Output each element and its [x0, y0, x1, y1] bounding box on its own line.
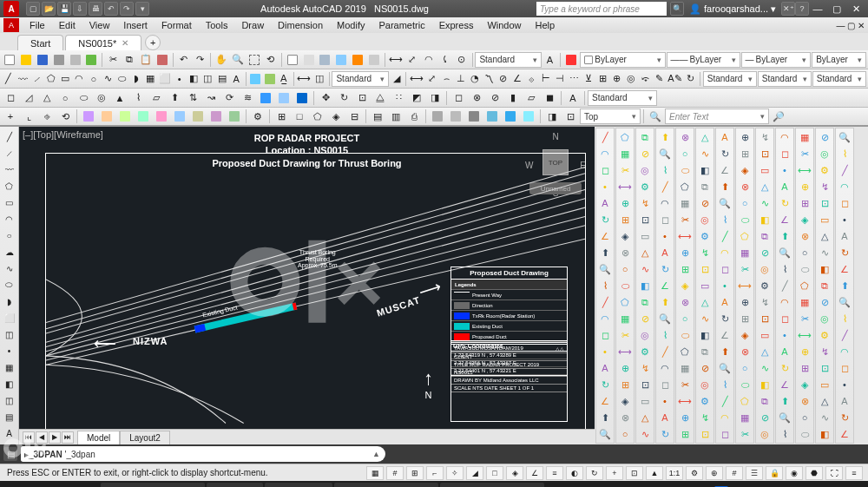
- slice-icon[interactable]: ⊘: [486, 90, 503, 106]
- image-trans-icon[interactable]: [207, 109, 225, 124]
- palette-btn-10-1[interactable]: ✂: [797, 146, 812, 161]
- dim2-icon[interactable]: ⤢: [404, 52, 420, 68]
- publish-icon[interactable]: [83, 52, 99, 68]
- tolerance-icon[interactable]: ⊞: [596, 71, 609, 87]
- maximize-button[interactable]: ▢: [828, 2, 845, 16]
- palette-btn-4-6[interactable]: ⟷: [677, 228, 693, 244]
- section-icon[interactable]: ◩: [408, 90, 425, 106]
- point-tool-icon[interactable]: •: [2, 343, 17, 359]
- palette-btn-5-14[interactable]: ⊘: [697, 360, 713, 376]
- gradient-icon[interactable]: ◧: [187, 71, 200, 87]
- palette-btn-7-16[interactable]: ⬠: [737, 393, 753, 409]
- palette-btn-8-16[interactable]: ⧉: [757, 393, 773, 409]
- palette-btn-6-18[interactable]: ◻: [717, 426, 733, 442]
- palette-btn-8-2[interactable]: ▭: [757, 162, 773, 178]
- palette-btn-1-0[interactable]: ⬠: [617, 129, 633, 145]
- palette-btn-7-10[interactable]: ⊕: [737, 294, 753, 310]
- rectangle-icon[interactable]: ▭: [58, 71, 71, 87]
- palette-btn-10-14[interactable]: ⊞: [797, 360, 812, 376]
- dim1-icon[interactable]: ⟷: [388, 52, 404, 68]
- palette-btn-9-1[interactable]: ◻: [777, 146, 792, 161]
- menu-help[interactable]: Help: [529, 20, 562, 30]
- palette-btn-6-11[interactable]: ↻: [717, 311, 733, 326]
- insert-tool-icon[interactable]: ⬜: [2, 310, 17, 326]
- palette-btn-6-3[interactable]: ⬆: [717, 179, 733, 194]
- dim-edit-icon[interactable]: ✎: [653, 71, 666, 87]
- palette-btn-1-18[interactable]: ○: [617, 426, 633, 442]
- dim-space-icon[interactable]: ⋯: [568, 71, 581, 87]
- palette-btn-9-16[interactable]: ⬆: [777, 393, 792, 409]
- palette-btn-10-16[interactable]: ⊗: [797, 393, 812, 409]
- palette-btn-5-5[interactable]: ◎: [697, 212, 713, 227]
- palette-btn-11-13[interactable]: ↯: [817, 344, 832, 359]
- palette-btn-11-15[interactable]: ▭: [817, 377, 832, 392]
- sphere-icon[interactable]: ○: [56, 90, 74, 106]
- view-named-icon[interactable]: ◨: [543, 109, 561, 124]
- taskbar-date-folder[interactable]: 📁20.09.2019: [265, 483, 332, 487]
- palette-btn-8-9[interactable]: ⚙: [757, 278, 773, 293]
- cone-icon[interactable]: △: [38, 90, 56, 106]
- palette-btn-7-5[interactable]: ⬭: [737, 212, 753, 227]
- palette-btn-1-7[interactable]: ⊗: [617, 245, 633, 260]
- xline-tool-icon[interactable]: ⟋: [2, 145, 17, 161]
- palette-btn-9-2[interactable]: •: [777, 162, 792, 178]
- mdi-min[interactable]: —: [836, 21, 845, 30]
- palette-btn-0-18[interactable]: 🔍: [597, 426, 613, 442]
- palette-btn-5-13[interactable]: ⧉: [697, 344, 713, 359]
- palette-btn-12-1[interactable]: ⌇: [837, 146, 852, 161]
- palette-btn-11-11[interactable]: ◎: [817, 311, 832, 326]
- palette-btn-7-12[interactable]: ◈: [737, 327, 753, 343]
- palette-btn-0-8[interactable]: 🔍: [597, 261, 613, 277]
- dim4-icon[interactable]: ⤹: [437, 52, 453, 68]
- status-annomonitor-icon[interactable]: ⊕: [706, 466, 723, 480]
- palette-btn-0-17[interactable]: ⬆: [597, 410, 613, 425]
- palette-btn-7-15[interactable]: ⬭: [737, 377, 753, 392]
- tab-ns0015[interactable]: NS0015*✕: [65, 35, 141, 50]
- image-frame-icon[interactable]: [226, 109, 243, 124]
- palette-btn-2-13[interactable]: ⚙: [637, 344, 653, 359]
- 3drotate-icon[interactable]: ↻: [335, 90, 352, 106]
- visual-hidden-icon[interactable]: [465, 109, 483, 124]
- palette-btn-3-1[interactable]: 🔍: [657, 146, 673, 161]
- tab-nav-last-icon[interactable]: ⏭: [62, 431, 74, 444]
- palette-btn-3-12[interactable]: ⌇: [657, 327, 673, 343]
- palette-btn-8-12[interactable]: ▭: [757, 327, 773, 343]
- vp-named-icon[interactable]: ⊞: [273, 109, 290, 124]
- palette-btn-3-0[interactable]: ⬆: [657, 129, 673, 145]
- palette-btn-8-15[interactable]: ◧: [757, 377, 773, 392]
- palette-btn-1-2[interactable]: ✂: [617, 162, 633, 178]
- palette-btn-11-4[interactable]: ⊡: [817, 195, 832, 211]
- cmdline-chevron-icon[interactable]: ▲: [372, 450, 380, 458]
- view-top-icon[interactable]: ⊡: [562, 109, 579, 124]
- table-icon[interactable]: ▤: [215, 71, 228, 87]
- taskbar-photos[interactable]: 🖼NS0015.png - Photos: [334, 483, 438, 487]
- palette-btn-0-6[interactable]: ∠: [597, 228, 613, 244]
- cylinder-icon[interactable]: ⬭: [75, 90, 92, 106]
- palette-btn-12-8[interactable]: ∠: [837, 261, 852, 277]
- area-icon[interactable]: ◫: [312, 71, 326, 87]
- palette-btn-6-5[interactable]: ⌇: [717, 212, 733, 227]
- image-quality-icon[interactable]: [189, 109, 207, 124]
- quickcalc-icon[interactable]: [366, 52, 382, 68]
- palette-btn-4-10[interactable]: ⊗: [677, 294, 693, 310]
- annot-combo[interactable]: Standard▾: [588, 90, 657, 106]
- plotstyle-combo[interactable]: ByLayer▾: [812, 52, 866, 68]
- sweep-icon[interactable]: ↝: [202, 90, 220, 106]
- palette-btn-5-11[interactable]: ∿: [697, 311, 713, 326]
- block-icon[interactable]: ⬜: [158, 71, 172, 87]
- circle-tool-icon[interactable]: ○: [2, 227, 17, 243]
- find-icon[interactable]: 🔍: [647, 109, 664, 124]
- palette-btn-6-12[interactable]: ∠: [717, 327, 733, 343]
- palette-btn-9-12[interactable]: •: [777, 327, 792, 343]
- palette-btn-5-8[interactable]: ⊡: [697, 261, 713, 277]
- palette-btn-0-1[interactable]: ◠: [597, 146, 613, 161]
- palette-btn-10-9[interactable]: ⬠: [797, 278, 812, 293]
- ellipsearc-icon[interactable]: ◗: [129, 71, 142, 87]
- vp-object-icon[interactable]: ◈: [327, 109, 345, 124]
- wcs-display-icon[interactable]: +: [2, 109, 19, 124]
- status-units-icon[interactable]: #: [726, 466, 743, 480]
- image-attach-icon[interactable]: [135, 109, 152, 124]
- status-annot-icon[interactable]: ▲: [646, 466, 663, 480]
- palette-btn-12-4[interactable]: ◻: [837, 195, 852, 211]
- palette-btn-10-5[interactable]: ◈: [797, 212, 812, 227]
